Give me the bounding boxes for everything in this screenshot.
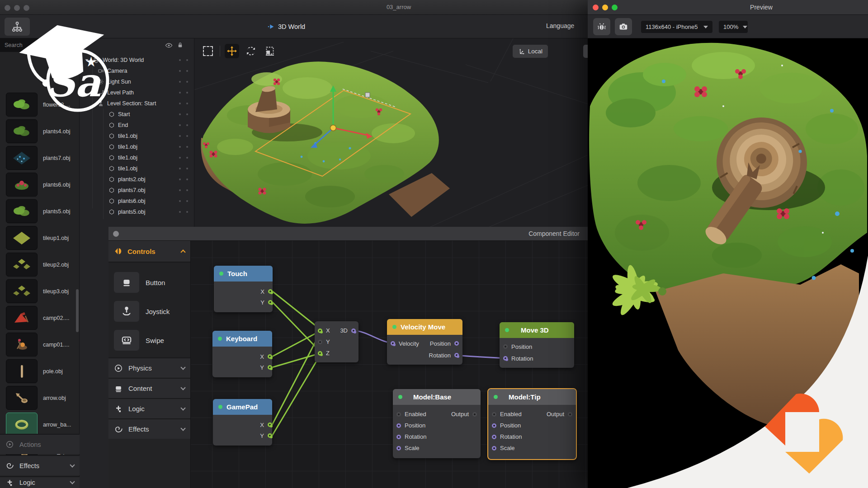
asset-item[interactable]: flowers2....	[0, 91, 80, 118]
asset-item[interactable]: tileup2.obj	[0, 251, 80, 278]
port-m3d-rotation-in[interactable]	[503, 356, 508, 361]
rotate-tool[interactable]	[244, 44, 258, 58]
debug-button[interactable]	[593, 18, 610, 35]
asset-item[interactable]: plants6.obj	[0, 171, 80, 198]
sidebar-section-effects[interactable]: Effects	[0, 455, 80, 475]
tree-item-tile1[interactable]: tile1.obj	[80, 163, 194, 174]
asset-item[interactable]: tileup3.obj	[0, 278, 80, 305]
node-gamepad[interactable]: GamePad X Y	[213, 399, 272, 446]
node-keyboard[interactable]: Keyboard X Y	[212, 331, 272, 377]
asset-item[interactable]: camp01....	[0, 331, 80, 358]
search-input[interactable]: Search	[0, 38, 80, 52]
tree-item-light[interactable]: Light Sun	[80, 76, 194, 87]
tab-3d-world[interactable]: 3D World	[268, 20, 305, 33]
node-graph-canvas[interactable]: Touch X Y Keyboard X Y GamePad X Y X3D	[191, 241, 588, 488]
asset-item[interactable]: pole.obj	[0, 358, 80, 385]
row-toggles[interactable]	[179, 157, 181, 159]
port-base-position[interactable]	[396, 423, 401, 428]
tree-item-plants2[interactable]: plants2.obj	[80, 174, 194, 185]
tree-item-start[interactable]: Start	[80, 109, 194, 120]
row-toggles[interactable]	[179, 200, 181, 202]
row-toggles[interactable]	[179, 70, 181, 72]
component-editor-titlebar[interactable]: Component Editor	[108, 227, 588, 241]
asset-item[interactable]: plants4.obj	[0, 118, 80, 145]
resolution-select[interactable]: 1136x640 - iPhone5	[641, 21, 712, 33]
screenshot-button[interactable]	[615, 18, 632, 35]
port-tip-rotation[interactable]	[492, 435, 496, 439]
preview-render[interactable]	[588, 38, 868, 488]
port-gamepad-y[interactable]	[268, 433, 272, 438]
tree-item-plants5[interactable]: plants5.obj	[80, 206, 194, 217]
asset-item[interactable]: camp02....	[0, 305, 80, 331]
lock-icon[interactable]	[177, 42, 184, 48]
asset-item[interactable]: plants7.obj	[0, 145, 80, 171]
move-tool[interactable]	[225, 44, 239, 58]
node-model-base[interactable]: Model:Base EnabledOutput Position Rotati…	[393, 389, 481, 458]
port-base-rotation[interactable]	[396, 435, 401, 439]
row-toggles[interactable]	[179, 81, 181, 83]
port-m3d-position-in[interactable]	[503, 344, 508, 349]
tree-item-camera[interactable]: Camera	[80, 66, 194, 76]
port-converter-x[interactable]	[318, 328, 322, 333]
row-toggles[interactable]	[179, 124, 181, 126]
row-toggles[interactable]	[179, 135, 181, 137]
asset-item[interactable]: plants5.obj	[0, 198, 80, 225]
zoom-select[interactable]: 100%	[719, 21, 748, 33]
library-item-button[interactable]: Button	[108, 268, 190, 297]
row-toggles[interactable]	[179, 189, 181, 191]
node-move-3d[interactable]: Move 3D Position Rotation	[500, 322, 574, 368]
port-velocity-in[interactable]	[391, 341, 395, 346]
row-toggles[interactable]	[179, 178, 181, 180]
tree-item-plants7[interactable]: plants7.obj	[80, 185, 194, 196]
asset-item[interactable]: arrow.obj	[0, 385, 80, 411]
port-tip-position[interactable]	[492, 423, 496, 428]
port-tip-output[interactable]	[568, 412, 572, 417]
library-section-logic[interactable]: Logic	[108, 398, 190, 418]
viewport-3d[interactable]: Local	[194, 38, 588, 227]
port-vm-rotation-out[interactable]	[454, 353, 459, 357]
row-toggles[interactable]	[179, 59, 181, 61]
node-velocity-move[interactable]: Velocity Move VelocityPosition Rotation	[387, 319, 462, 365]
scale-tool[interactable]	[263, 44, 277, 58]
sidebar-scrollbar[interactable]	[76, 289, 79, 332]
sidebar-section-actions[interactable]: Actions	[0, 434, 80, 454]
tree-item-tile1[interactable]: tile1.obj	[80, 141, 194, 152]
port-base-scale[interactable]	[396, 446, 401, 450]
local-space-button[interactable]: Local	[513, 45, 548, 58]
row-toggles[interactable]	[179, 211, 181, 213]
tree-item-tile1[interactable]: tile1.obj	[80, 131, 194, 141]
library-section-controls[interactable]: Controls	[108, 241, 190, 263]
library-section-physics[interactable]: Physics	[108, 357, 190, 378]
tree-item-level-section[interactable]: Level Section: Start	[80, 98, 194, 109]
port-vm-position-out[interactable]	[454, 341, 459, 346]
port-converter-3d[interactable]	[351, 328, 356, 333]
port-keyboard-y[interactable]	[268, 365, 272, 370]
node-model-tip[interactable]: Model:Tip EnabledOutput Position Rotatio…	[487, 388, 577, 460]
library-item-swipe[interactable]: Swipe	[108, 326, 190, 355]
select-tool[interactable]	[201, 44, 215, 58]
library-item-joystick[interactable]: Joystick	[108, 297, 190, 326]
row-toggles[interactable]	[179, 92, 181, 94]
port-touch-y[interactable]	[268, 300, 273, 305]
row-toggles[interactable]	[179, 168, 181, 169]
menu-language[interactable]: Language	[546, 22, 574, 29]
port-touch-x[interactable]	[268, 289, 273, 294]
expander-icon[interactable]	[84, 57, 90, 63]
port-tip-scale[interactable]	[492, 446, 496, 450]
port-tip-enabled[interactable]	[492, 412, 496, 417]
port-converter-z[interactable]	[318, 351, 322, 356]
hidden-toolbar-button[interactable]	[583, 45, 588, 58]
node-xyz-converter[interactable]: X3D Y Z	[315, 321, 359, 362]
row-toggles[interactable]	[179, 103, 181, 104]
port-base-output[interactable]	[472, 412, 477, 417]
tree-item-plants6[interactable]: plants6.obj	[80, 196, 194, 206]
row-toggles[interactable]	[179, 146, 181, 148]
node-touch[interactable]: Touch X Y	[214, 266, 273, 312]
tree-item-tile1[interactable]: tile1.obj	[80, 152, 194, 163]
tree-item-end[interactable]: End	[80, 120, 194, 131]
row-toggles[interactable]	[179, 113, 181, 115]
mindmap-button[interactable]	[5, 18, 30, 36]
library-section-content[interactable]: Content	[108, 378, 190, 398]
eye-icon[interactable]	[165, 42, 173, 49]
sidebar-section-logic[interactable]: Logic	[0, 476, 80, 488]
